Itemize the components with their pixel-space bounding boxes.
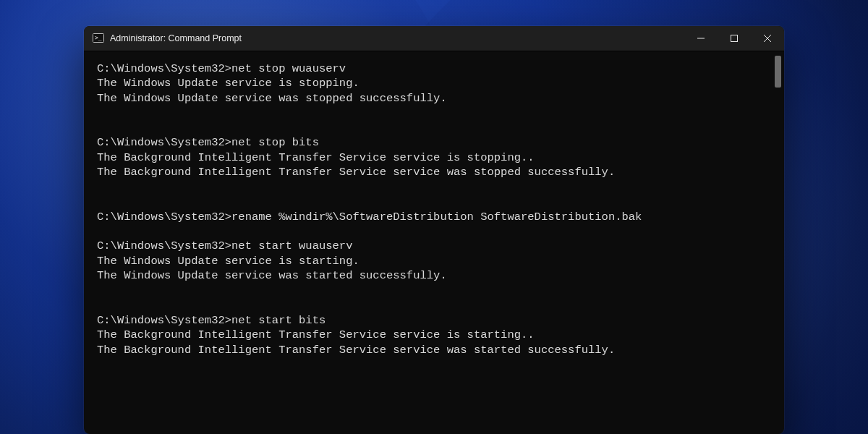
maximize-button[interactable] (718, 26, 751, 51)
close-button[interactable] (751, 26, 784, 51)
scrollbar-thumb[interactable] (775, 56, 781, 88)
titlebar[interactable]: >_ Administrator: Command Prompt (84, 26, 784, 51)
svg-rect-2 (731, 35, 738, 42)
command-prompt-window: >_ Administrator: Command Prompt C:\Wind… (84, 26, 784, 434)
scrollbar-track[interactable] (772, 51, 784, 434)
minimize-button[interactable] (684, 26, 718, 51)
svg-text:>_: >_ (95, 35, 102, 41)
window-title: Administrator: Command Prompt (110, 33, 242, 43)
cmd-icon: >_ (93, 33, 104, 44)
terminal-output[interactable]: C:\Windows\System32>net stop wuauserv Th… (84, 51, 784, 434)
